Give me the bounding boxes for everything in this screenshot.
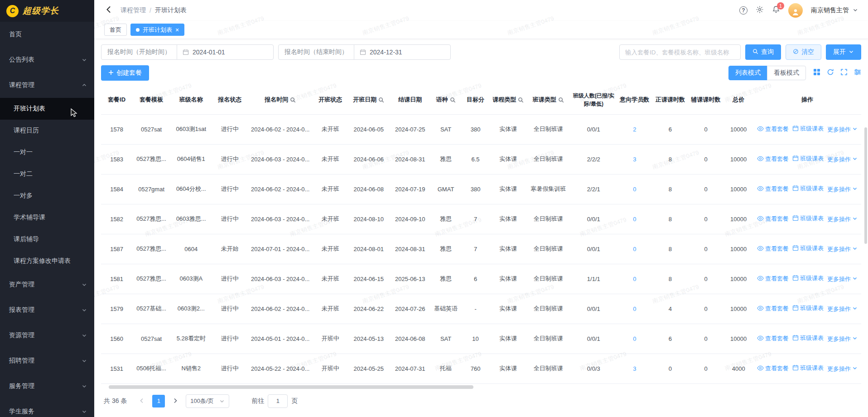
more-actions-link[interactable]: 更多操作 (827, 335, 858, 343)
expand-button[interactable]: 展开 (826, 44, 861, 60)
table-cell: 2024-05-25 (348, 354, 390, 383)
column-search-icon[interactable] (558, 97, 564, 103)
sidebar-subitem[interactable]: 一对二 (0, 163, 94, 185)
intent-students-link[interactable]: 0 (633, 305, 636, 312)
fullscreen-icon[interactable] (840, 68, 848, 78)
view-package-link[interactable]: 查看套餐 (757, 364, 789, 373)
class-schedule-link[interactable]: 班级课表 (792, 274, 824, 282)
sidebar-subitem[interactable]: 开班计划表 (0, 98, 94, 120)
more-actions-link[interactable]: 更多操作 (827, 215, 858, 223)
sidebar-item[interactable]: 资产管理 (0, 272, 94, 297)
intent-students-link[interactable]: 0 (633, 186, 636, 193)
view-package-link[interactable]: 查看套餐 (757, 125, 789, 133)
table-cell: 0/0/1 (570, 324, 617, 354)
refresh-icon[interactable] (827, 68, 834, 78)
settings-gear-icon[interactable] (756, 5, 764, 15)
next-page-button[interactable] (169, 395, 182, 407)
clear-button[interactable]: 清空 (786, 44, 821, 60)
class-schedule-link[interactable]: 班级课表 (792, 155, 824, 163)
intent-students-link[interactable]: 0 (633, 246, 636, 252)
view-package-link[interactable]: 查看套餐 (757, 245, 789, 253)
query-button[interactable]: 查询 (745, 44, 781, 60)
sidebar-item[interactable]: 资源管理 (0, 323, 94, 348)
avatar[interactable] (788, 3, 803, 18)
intent-students-link[interactable]: 0 (633, 276, 636, 282)
class-schedule-link[interactable]: 班级课表 (792, 125, 824, 133)
close-icon[interactable]: × (175, 27, 179, 33)
more-actions-link[interactable]: 更多操作 (827, 185, 858, 194)
class-schedule-link[interactable]: 班级课表 (792, 214, 824, 223)
prev-page-button[interactable] (135, 395, 148, 407)
notification-bell-icon[interactable]: 1 (772, 5, 780, 15)
more-actions-link[interactable]: 更多操作 (827, 126, 858, 134)
calendar-icon (792, 125, 799, 133)
goto-page-input[interactable] (268, 394, 288, 408)
help-icon[interactable]: ? (739, 6, 747, 15)
table-cell: 0603测A (170, 264, 212, 294)
tab-item[interactable]: 首页 (104, 24, 127, 36)
sidebar-item[interactable]: 学生服务 (0, 399, 94, 417)
page-number-button[interactable]: 1 (152, 395, 165, 407)
list-mode-button[interactable]: 列表模式 (728, 66, 767, 80)
table-cell: 雅思 (431, 204, 461, 234)
breadcrumb-item[interactable]: 课程管理 (121, 6, 146, 15)
table-cell: 0527gmat (132, 174, 170, 204)
sidebar-item[interactable]: 招聘管理 (0, 348, 94, 373)
view-package-link[interactable]: 查看套餐 (757, 275, 789, 283)
view-package-link[interactable]: 查看套餐 (757, 155, 789, 163)
sidebar-subitem[interactable]: 课后辅导 (0, 228, 94, 250)
sidebar-item[interactable]: 公告列表 (0, 47, 94, 73)
table-cell: 进行中 (212, 324, 248, 354)
intent-students-link[interactable]: 0 (633, 216, 636, 223)
more-actions-link[interactable]: 更多操作 (827, 275, 858, 283)
view-package-link[interactable]: 查看套餐 (757, 215, 789, 223)
back-button[interactable] (104, 5, 113, 16)
more-actions-link[interactable]: 更多操作 (827, 305, 858, 313)
horizontal-scrollbar[interactable] (109, 385, 473, 389)
intent-students-link[interactable]: 0 (633, 335, 636, 342)
column-search-icon[interactable] (450, 97, 456, 103)
search-input[interactable] (619, 44, 741, 60)
more-actions-link[interactable]: 更多操作 (827, 155, 858, 164)
end-date-input[interactable]: 2024-12-31 (354, 44, 451, 60)
sidebar-item[interactable]: 首页 (0, 22, 94, 47)
table-cell: 10000 (723, 264, 753, 294)
class-schedule-link[interactable]: 班级课表 (792, 304, 824, 312)
sidebar-item[interactable]: 报表管理 (0, 297, 94, 323)
vertical-scrollbar[interactable] (864, 127, 867, 244)
sidebar-subitem[interactable]: 一对一 (0, 141, 94, 163)
class-schedule-link[interactable]: 班级课表 (792, 184, 824, 193)
column-search-icon[interactable] (378, 97, 384, 103)
class-schedule-link[interactable]: 班级课表 (792, 364, 824, 372)
intent-students-link[interactable]: 3 (633, 365, 636, 372)
user-menu[interactable]: 南京销售主管 (811, 6, 849, 15)
sidebar-subitem[interactable]: 课程方案修改申请表 (0, 250, 94, 272)
grid-view-icon[interactable] (813, 68, 820, 78)
class-schedule-link[interactable]: 班级课表 (792, 244, 824, 252)
sidebar-item[interactable]: 课程管理 (0, 73, 94, 98)
intent-students-link[interactable]: 3 (633, 156, 636, 163)
tab-item[interactable]: 开班计划表× (130, 24, 184, 36)
sidebar-item[interactable]: 服务管理 (0, 373, 94, 399)
more-actions-link[interactable]: 更多操作 (827, 365, 858, 373)
sidebar-subitem[interactable]: 学术辅导课 (0, 207, 94, 228)
chevron-down-icon (852, 335, 858, 342)
view-package-link[interactable]: 查看套餐 (757, 305, 789, 313)
sidebar-subitem[interactable]: 课程日历 (0, 120, 94, 141)
create-package-button[interactable]: 创建套餐 (101, 65, 149, 81)
page-size-select[interactable]: 100条/页 (186, 394, 229, 408)
sidebar-subitem[interactable]: 一对多 (0, 185, 94, 207)
intent-students-link[interactable]: 2 (633, 126, 636, 133)
column-search-icon[interactable] (290, 97, 296, 103)
more-actions-link[interactable]: 更多操作 (827, 245, 858, 253)
board-mode-button[interactable]: 看板模式 (767, 66, 806, 80)
goto-label: 前往 (251, 397, 264, 405)
view-package-link[interactable]: 查看套餐 (757, 185, 789, 193)
tab-label: 开班计划表 (143, 26, 172, 34)
view-package-link[interactable]: 查看套餐 (757, 335, 789, 343)
column-search-icon[interactable] (518, 97, 524, 103)
class-schedule-link[interactable]: 班级课表 (792, 334, 824, 342)
start-date-input[interactable]: 2024-01-01 (177, 44, 274, 60)
column-filter-icon[interactable] (854, 68, 861, 78)
table-cell: 6 (461, 264, 490, 294)
